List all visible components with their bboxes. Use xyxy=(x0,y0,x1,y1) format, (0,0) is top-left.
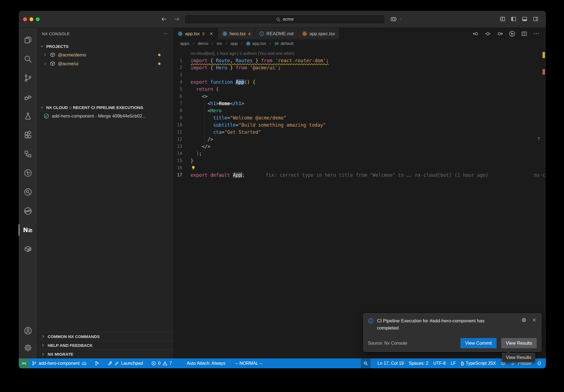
activity-accounts[interactable] xyxy=(19,322,37,339)
activity-bar: N≥ xyxy=(19,28,37,358)
activity-search[interactable] xyxy=(19,50,37,69)
source-control-icon xyxy=(24,74,32,82)
status-eol[interactable]: LF xyxy=(448,358,458,368)
lightbulb-icon[interactable] xyxy=(191,165,196,171)
section-help-and-feedback[interactable]: HELP AND FEEDBACK xyxy=(37,341,173,350)
code-line-12: 12 /> xyxy=(173,136,546,143)
nav-location-icon[interactable] xyxy=(485,31,491,37)
minimize-window-button[interactable] xyxy=(29,17,33,21)
breadcrumb-src[interactable]: src xyxy=(216,41,222,46)
activity-nx-console[interactable]: N≥ xyxy=(19,220,37,239)
tab-app.spec.tsx[interactable]: app.spec.tsx xyxy=(298,28,340,39)
notification-message: CI Pipeline Execution for #add-hero-comp… xyxy=(377,317,506,331)
activity-source-control[interactable] xyxy=(19,69,37,88)
files-icon xyxy=(24,36,32,44)
project-item[interactable]: @acme/ui xyxy=(37,59,173,68)
status-git-branch[interactable]: add-hero-component xyxy=(29,358,89,368)
blame-annotation: nx-cloud[bot], 1 hour ago | 2 authors (Y… xyxy=(173,50,546,57)
close-window-button[interactable] xyxy=(23,17,27,21)
project-item[interactable]: @acme/demo xyxy=(37,50,173,59)
breadcrumb-default[interactable]: default xyxy=(274,41,294,46)
close-tab-icon[interactable] xyxy=(209,31,214,36)
git-branch-icon xyxy=(32,361,37,366)
split-editor-icon[interactable] xyxy=(521,31,527,37)
error-circle-icon xyxy=(151,361,156,366)
copilot-menu[interactable] xyxy=(390,15,402,23)
breadcrumb-apps[interactable]: apps xyxy=(180,41,189,46)
tab-README.md[interactable]: README.md xyxy=(255,28,298,39)
activity-settings[interactable] xyxy=(19,339,37,356)
code-editor[interactable]: nx-cloud[bot], 1 hour ago | 2 authors (Y… xyxy=(173,48,546,358)
code-line-6: 6 <> xyxy=(173,93,546,100)
status-vim-mode[interactable]: -- NORMAL -- xyxy=(233,358,265,368)
nx-cloud-section-header[interactable]: NX CLOUD :: RECENT CI PIPELINE EXECUTION… xyxy=(37,103,173,111)
nav-back-icon[interactable] xyxy=(473,31,479,37)
more-actions-icon[interactable]: ⋯ xyxy=(163,31,168,36)
activity-browser-tools[interactable] xyxy=(19,202,37,220)
rocket-icon xyxy=(107,361,112,366)
info-icon xyxy=(259,31,264,36)
chevron-right-small-icon xyxy=(43,53,47,57)
grid-layout-icon[interactable] xyxy=(500,16,506,22)
run-target-icon[interactable] xyxy=(509,31,515,37)
command-center-search[interactable]: acme xyxy=(185,15,385,24)
status-remote-indicator[interactable]: >< xyxy=(19,358,29,368)
status-auto-attach[interactable]: Auto Attach: Always xyxy=(184,358,228,368)
status-bar: ><add-hero-componentLaunchpad07Auto Atta… xyxy=(19,358,546,368)
warning-triangle-icon xyxy=(162,361,167,366)
projects-section-header[interactable]: PROJECTS xyxy=(37,42,173,50)
go-back-button[interactable] xyxy=(161,16,167,22)
overview-ruler-mark xyxy=(543,52,545,58)
status-problems[interactable]: 07 xyxy=(149,358,174,368)
projects-section-label: PROJECTS xyxy=(46,44,69,49)
notification-settings-gear-icon[interactable] xyxy=(521,317,527,323)
panel-left-icon[interactable] xyxy=(511,16,517,22)
view-results-button[interactable]: View Results xyxy=(501,338,537,348)
activity-extensions[interactable] xyxy=(19,126,37,145)
activity-project-hierarchy[interactable] xyxy=(19,145,37,164)
tab-app.tsx[interactable]: app.tsx3 xyxy=(173,28,218,39)
tab-hero.tsx[interactable]: hero.tsx4 xyxy=(218,28,255,39)
search-icon xyxy=(24,55,32,63)
activity-explorer[interactable] xyxy=(19,31,37,50)
nav-forward-icon[interactable] xyxy=(497,31,503,37)
notification-close-icon[interactable] xyxy=(532,317,537,323)
status-indentation[interactable]: Spaces: 2 xyxy=(406,358,431,368)
view-commit-button[interactable]: View Commit xyxy=(460,338,497,348)
panel-bottom-icon[interactable] xyxy=(522,16,528,22)
more-actions-icon[interactable]: ⋯ xyxy=(533,32,539,35)
react-icon xyxy=(246,41,251,46)
search-value: acme xyxy=(283,17,294,22)
chevron-down-icon xyxy=(40,105,44,110)
chevron-right-small-icon xyxy=(268,42,272,45)
status-notifications-bell[interactable] xyxy=(534,358,544,368)
status-encoding[interactable]: UTF-8 xyxy=(431,358,448,368)
status-cursor-position[interactable]: Ln 17, Col 19 xyxy=(375,358,406,368)
section-common-nx-commands[interactable]: COMMON NX COMMANDS xyxy=(37,332,173,341)
search-icon xyxy=(276,17,281,22)
breadcrumb-app.tsx[interactable]: app.tsx xyxy=(246,41,266,46)
activity-run-and-debug[interactable] xyxy=(19,88,37,107)
panel-right-icon[interactable] xyxy=(533,16,539,22)
activity-gitlens-inspect[interactable] xyxy=(19,183,37,202)
chevron-right-small-icon xyxy=(43,61,47,66)
status-language-mode[interactable]: {}TypeScript JSX xyxy=(458,358,498,368)
ci-pipeline-execution-item[interactable]: add-hero-component - Merge 409b44e5cb02.… xyxy=(37,111,173,120)
zoom-window-button[interactable] xyxy=(36,17,40,21)
tooltip-label: View Results xyxy=(506,355,531,360)
react-icon xyxy=(222,31,227,36)
status-zoom-out[interactable] xyxy=(361,358,371,368)
status-gitlens-launchpad[interactable]: Launchpad xyxy=(105,358,145,368)
minimap-artifact: T xyxy=(538,136,540,141)
activity-containers[interactable] xyxy=(19,239,37,258)
code-line-2: 2import { Hero } from '@acme/ui'; xyxy=(173,64,546,71)
breadcrumb-demo[interactable]: demo xyxy=(198,41,208,46)
package-icon xyxy=(50,52,55,58)
status-source-control-graph[interactable] xyxy=(92,358,102,368)
remote-icon: >< xyxy=(22,361,26,366)
activity-gitlens[interactable] xyxy=(19,164,37,183)
activity-testing[interactable] xyxy=(19,107,37,126)
go-forward-button[interactable] xyxy=(174,16,180,22)
section-nx-migrate[interactable]: NX MIGRATE xyxy=(37,350,173,358)
breadcrumb-app[interactable]: app xyxy=(231,41,238,46)
